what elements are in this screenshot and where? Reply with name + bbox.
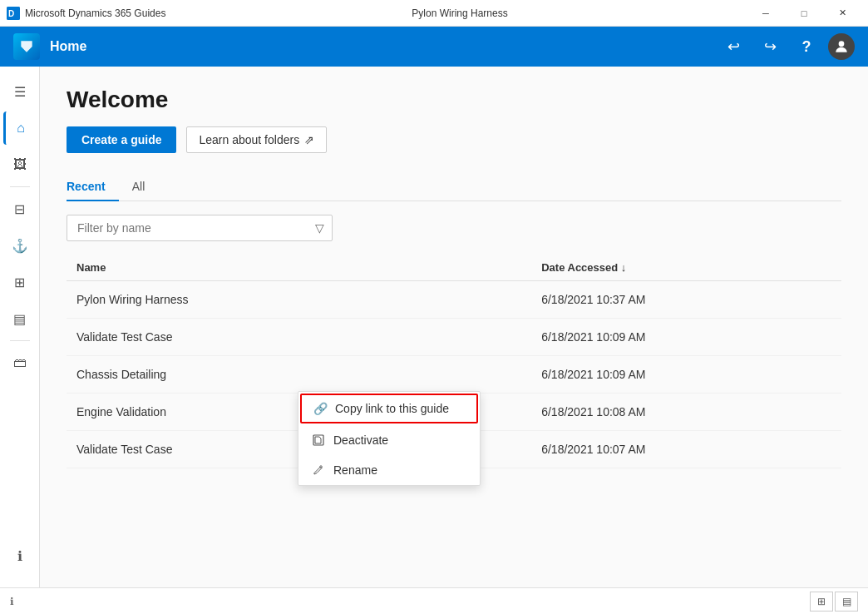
copy-link-icon: 🔗 <box>313 402 327 415</box>
sidebar-item-info[interactable]: ℹ <box>3 539 37 572</box>
svg-text:D: D <box>8 9 14 18</box>
page-title: Welcome <box>67 87 841 113</box>
nav-bar: Home ↩ ↪ ? <box>0 27 868 67</box>
layout-icon: ⊟ <box>14 201 25 217</box>
deactivate-icon <box>312 433 325 447</box>
grid-icon: ⊞ <box>14 275 25 290</box>
cell-date: 6/18/2021 10:37 AM <box>531 281 841 319</box>
table-header-row: Name Date Accessed ↓ <box>67 255 841 281</box>
app-icon: D <box>7 7 20 20</box>
sidebar-item-image[interactable]: 🖼 <box>3 148 37 181</box>
table-icon: ▤ <box>13 311 26 327</box>
title-bar: D Microsoft Dynamics 365 Guides Pylon Wi… <box>0 0 868 27</box>
home-icon: ⌂ <box>17 121 25 136</box>
tab-recent[interactable]: Recent <box>67 173 119 201</box>
context-menu-deactivate[interactable]: Deactivate <box>298 425 480 455</box>
anchor-icon: ⚓ <box>12 238 28 254</box>
table-row[interactable]: Pylon Wiring Harness 6/18/2021 10:37 AM <box>67 281 841 319</box>
maximize-button[interactable]: □ <box>785 0 823 27</box>
th-date[interactable]: Date Accessed ↓ <box>531 255 841 281</box>
svg-point-3 <box>839 41 845 47</box>
context-menu-rename[interactable]: Rename <box>298 455 480 485</box>
tabs: Recent All <box>67 173 841 201</box>
filter-row: ▽ <box>67 215 841 241</box>
image-icon: 🖼 <box>13 157 27 172</box>
app-name-area: D Microsoft Dynamics 365 Guides <box>7 7 173 20</box>
database-icon: 🗃 <box>13 355 27 370</box>
deactivate-label: Deactivate <box>333 433 388 447</box>
learn-folders-button[interactable]: Learn about folders ⇗ <box>186 126 327 153</box>
tab-all[interactable]: All <box>119 173 159 201</box>
sidebar-item-menu[interactable]: ☰ <box>3 75 37 108</box>
bottom-bar: ℹ ⊞ ▤ <box>0 587 868 614</box>
th-name: Name <box>67 255 531 281</box>
cell-name: Pylon Wiring Harness <box>67 281 531 319</box>
context-menu: 🔗 Copy link to this guide Deactivate <box>298 391 481 486</box>
nav-title: Home <box>50 39 708 54</box>
window-controls: ─ □ ✕ <box>747 0 861 27</box>
cell-date: 6/18/2021 10:09 AM <box>531 319 841 356</box>
svg-marker-2 <box>21 41 32 52</box>
grid-view-button[interactable]: ⊞ <box>810 592 833 612</box>
learn-folders-label: Learn about folders <box>199 133 299 146</box>
th-date-sort[interactable]: Date Accessed ↓ <box>541 261 831 274</box>
list-view-button[interactable]: ▤ <box>835 592 858 612</box>
user-avatar[interactable] <box>828 33 855 60</box>
filter-input-wrap: ▽ <box>67 215 333 241</box>
rename-icon <box>312 463 325 477</box>
sidebar-item-database[interactable]: 🗃 <box>3 346 37 379</box>
sidebar-divider-1 <box>10 186 30 187</box>
sidebar: ☰ ⌂ 🖼 ⊟ ⚓ ⊞ ▤ 🗃 ℹ <box>0 67 40 587</box>
hamburger-icon: ☰ <box>14 84 26 100</box>
undo-button[interactable]: ↩ <box>718 32 748 62</box>
table-row[interactable]: Validate Test Case 6/18/2021 10:09 AM <box>67 319 841 356</box>
sidebar-item-home[interactable]: ⌂ <box>3 111 37 145</box>
app-logo <box>13 33 40 60</box>
nav-actions: ↩ ↪ ? <box>718 32 855 62</box>
main-content: Welcome Create a guide Learn about folde… <box>40 67 868 587</box>
info-icon: ℹ <box>17 548 22 564</box>
close-button[interactable]: ✕ <box>823 0 861 27</box>
cell-name: Chassis Detailing <box>67 356 531 394</box>
sidebar-item-layout[interactable]: ⊟ <box>3 192 37 225</box>
redo-button[interactable]: ↪ <box>755 32 785 62</box>
sidebar-bottom: ℹ <box>3 537 37 581</box>
view-buttons: ⊞ ▤ <box>810 592 858 612</box>
rename-label: Rename <box>333 463 377 477</box>
sidebar-item-anchor[interactable]: ⚓ <box>3 229 37 262</box>
cell-name: Validate Test Case <box>67 319 531 356</box>
create-guide-button[interactable]: Create a guide <box>67 126 176 153</box>
cell-date: 6/18/2021 10:08 AM <box>531 394 841 431</box>
window-title: Pylon Wiring Harness <box>173 7 747 19</box>
context-menu-copy-link[interactable]: 🔗 Copy link to this guide <box>300 394 478 423</box>
filter-input[interactable] <box>67 215 333 241</box>
cell-date: 6/18/2021 10:07 AM <box>531 431 841 468</box>
copy-link-label: Copy link to this guide <box>335 402 449 415</box>
sidebar-item-table[interactable]: ▤ <box>3 302 37 335</box>
cell-date: 6/18/2021 10:09 AM <box>531 356 841 394</box>
table-row[interactable]: Chassis Detailing 6/18/2021 10:09 AM <box>67 356 841 394</box>
app-name-label: Microsoft Dynamics 365 Guides <box>25 7 165 19</box>
app-body: ☰ ⌂ 🖼 ⊟ ⚓ ⊞ ▤ 🗃 ℹ W <box>0 67 868 587</box>
sidebar-item-grid[interactable]: ⊞ <box>3 265 37 299</box>
external-link-icon: ⇗ <box>304 133 314 146</box>
action-bar: Create a guide Learn about folders ⇗ <box>67 126 841 153</box>
bottom-info-icon[interactable]: ℹ <box>10 596 14 607</box>
sidebar-divider-2 <box>10 340 30 341</box>
help-button[interactable]: ? <box>792 32 821 62</box>
minimize-button[interactable]: ─ <box>747 0 785 27</box>
